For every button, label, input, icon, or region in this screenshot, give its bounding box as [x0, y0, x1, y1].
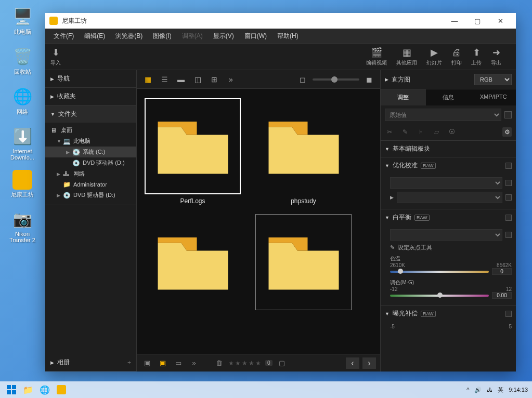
- crop-tool-icon[interactable]: ✂: [385, 127, 394, 137]
- wb-checkbox[interactable]: [505, 215, 512, 221]
- desktop-icon-thispc[interactable]: 🖥️此电脑: [4, 5, 41, 36]
- preset-select[interactable]: 原始值: [385, 109, 501, 121]
- sidebar-album-header[interactable]: ▶相册+: [45, 354, 136, 371]
- upload-button[interactable]: ⬆上传: [471, 47, 482, 67]
- zoom-slider[interactable]: [313, 78, 359, 81]
- next-button[interactable]: ›: [362, 357, 376, 369]
- edit-video-button[interactable]: 🎬编辑视频: [366, 47, 387, 67]
- list-view-button[interactable]: ☰: [158, 73, 171, 86]
- colorspace-select[interactable]: RGB: [474, 74, 512, 85]
- optimize-header[interactable]: ▼优化校准RAW: [381, 157, 516, 174]
- rating-stars[interactable]: ★★★★★: [228, 360, 262, 367]
- straighten-icon[interactable]: ⊦: [416, 127, 425, 137]
- colortemp-input[interactable]: [492, 268, 512, 275]
- menu-image[interactable]: 图像(I): [148, 30, 176, 43]
- close-button[interactable]: ✕: [489, 14, 512, 28]
- folder-thumb[interactable]: [142, 214, 243, 313]
- perspective-icon[interactable]: ▱: [432, 127, 441, 137]
- optimize-sub-select[interactable]: [397, 192, 502, 203]
- menu-view[interactable]: 显示(V): [208, 30, 239, 43]
- menu-window[interactable]: 窗口(W): [239, 30, 272, 43]
- basic-edit-header[interactable]: ▼基本编辑板块: [381, 141, 516, 157]
- menu-adjust[interactable]: 调整(A): [177, 30, 208, 43]
- tree-dvd[interactable]: 💿DVD 驱动器 (D:): [45, 157, 136, 168]
- tab-adjust[interactable]: 调整: [381, 89, 426, 105]
- zoom-out-button[interactable]: ◻: [296, 73, 309, 86]
- sidebar-nav-header[interactable]: ▶导航: [45, 70, 136, 87]
- folder-thumb[interactable]: phpstudy: [253, 98, 354, 205]
- dual-view-button[interactable]: ◫: [191, 73, 204, 86]
- titlebar[interactable]: 尼康工坊 — ▢ ✕: [45, 13, 516, 29]
- opt-cb[interactable]: [505, 180, 512, 186]
- preset-checkbox[interactable]: [504, 111, 512, 118]
- desktop-icon-nxstudio[interactable]: 尼康工坊: [4, 170, 41, 198]
- single-view-button[interactable]: ▬: [174, 73, 188, 86]
- start-button[interactable]: [4, 382, 19, 397]
- exp-checkbox[interactable]: [505, 311, 512, 317]
- brush-tool-icon[interactable]: ✎: [400, 127, 410, 137]
- print-button[interactable]: 🖨打印: [451, 47, 462, 67]
- more-filter-button[interactable]: »: [188, 357, 200, 369]
- histogram-header[interactable]: ▶ 直方图 RGB: [381, 70, 516, 89]
- tree-admin[interactable]: 📁Administrator: [45, 179, 136, 190]
- tree-thispc[interactable]: ▼💻此电脑: [45, 136, 136, 147]
- redeye-icon[interactable]: ⦿: [447, 127, 457, 137]
- exposure-header[interactable]: ▼曝光补偿RAW: [381, 306, 516, 322]
- tree-system-c[interactable]: ▶💽系统 (C:): [45, 147, 136, 157]
- tab-xmp[interactable]: XMP/IPTC: [471, 89, 516, 105]
- stack-button[interactable]: ▣: [141, 357, 153, 369]
- import-button[interactable]: ⬇导入: [50, 47, 61, 67]
- desktop-icon-network[interactable]: 🌐网络: [4, 85, 41, 116]
- explorer-taskbar-icon[interactable]: 📁: [21, 382, 35, 397]
- zoom-in-button[interactable]: ◼: [362, 73, 376, 86]
- nxstudio-taskbar-icon[interactable]: [54, 382, 69, 397]
- grid-view-button[interactable]: ▦: [141, 73, 154, 86]
- more-views-button[interactable]: »: [224, 73, 238, 86]
- clock[interactable]: 9:14:13: [509, 387, 528, 393]
- sidebar-folders-header[interactable]: ▼文件夹: [45, 105, 136, 123]
- wb-cb[interactable]: [505, 232, 512, 238]
- whitebalance-header[interactable]: ▼白平衡RAW: [381, 209, 516, 225]
- tag-icon[interactable]: ▢: [276, 357, 288, 369]
- eyedropper-icon[interactable]: ✎: [390, 244, 395, 251]
- trash-icon[interactable]: 🗑: [213, 357, 225, 369]
- colortemp-slider[interactable]: [390, 271, 489, 273]
- maximize-button[interactable]: ▢: [466, 14, 489, 28]
- ime-indicator[interactable]: 英: [498, 386, 503, 394]
- optimize-select[interactable]: [390, 177, 502, 189]
- tab-info[interactable]: 信息: [426, 89, 471, 105]
- wb-select[interactable]: [390, 229, 502, 241]
- desktop-icon-recyclebin[interactable]: 🗑️回收站: [4, 45, 41, 76]
- menu-browser[interactable]: 浏览器(B): [110, 30, 148, 43]
- other-app-button[interactable]: ▦其他应用: [396, 47, 417, 67]
- prev-button[interactable]: ‹: [346, 357, 359, 369]
- desktop-icon-transfer[interactable]: 📷Nikon Transfer 2: [4, 208, 41, 243]
- gear-icon[interactable]: ⚙: [502, 127, 512, 137]
- tint-slider[interactable]: [390, 295, 489, 297]
- plus-icon[interactable]: +: [127, 359, 131, 366]
- tree-desktop[interactable]: 🖥桌面: [45, 125, 136, 136]
- label-button[interactable]: ▣: [157, 357, 169, 369]
- menu-edit[interactable]: 编辑(E): [79, 30, 110, 43]
- quad-view-button[interactable]: ⊞: [207, 73, 221, 86]
- network-tray-icon[interactable]: 🖧: [487, 387, 492, 393]
- slideshow-button[interactable]: ▶幻灯片: [426, 47, 442, 67]
- folder-thumb[interactable]: [253, 214, 354, 313]
- zoom-thumb[interactable]: [331, 76, 338, 83]
- export-button[interactable]: ➜导出: [491, 47, 501, 67]
- tree-dvd2[interactable]: ▶💿DVD 驱动器 (D:): [45, 190, 136, 201]
- minimize-button[interactable]: —: [443, 14, 466, 28]
- tint-input[interactable]: [492, 292, 512, 299]
- menu-file[interactable]: 文件(F): [48, 30, 79, 43]
- menu-help[interactable]: 帮助(H): [272, 30, 304, 43]
- crop-button[interactable]: ▭: [172, 357, 185, 369]
- sidebar-fav-header[interactable]: ▶收藏夹: [45, 88, 136, 105]
- volume-icon[interactable]: 🔊: [474, 387, 482, 393]
- desktop-icon-idm[interactable]: ⬇️Internet Downlo...: [4, 125, 41, 161]
- opt-cb2[interactable]: [505, 194, 512, 201]
- tree-network[interactable]: ▶🖧网络: [45, 168, 136, 179]
- folder-thumb[interactable]: PerfLogs: [142, 98, 243, 205]
- edge-taskbar-icon[interactable]: 🌐: [37, 382, 52, 397]
- optimize-checkbox[interactable]: [505, 163, 512, 169]
- tray-chevron-icon[interactable]: ^: [466, 387, 469, 393]
